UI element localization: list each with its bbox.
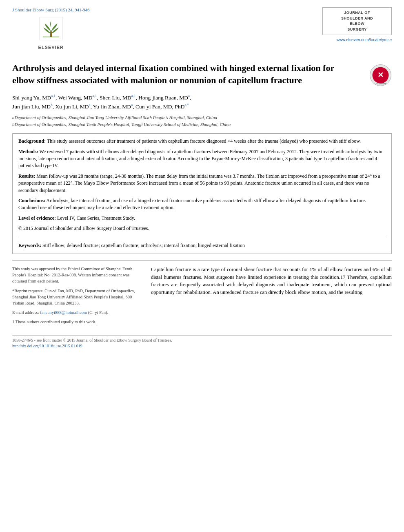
- methods-text: We reviewed 7 patients with stiff elbows…: [18, 149, 382, 169]
- background-label: Background:: [18, 138, 46, 144]
- bottom-section: This study was approved by the Ethical C…: [12, 266, 392, 329]
- journal-website[interactable]: www.elsevier.com/locate/ymse: [336, 38, 392, 42]
- header: J Shoulder Elbow Surg (2015) 24, 941-946: [0, 0, 404, 53]
- affiliations: aDepartment of Orthopaedics, Shanghai Ji…: [12, 114, 392, 128]
- section-divider: [12, 260, 392, 261]
- page-wrapper: J Shoulder Elbow Surg (2015) 24, 941-946: [0, 0, 404, 532]
- conclusions-label: Conclusions:: [18, 198, 45, 203]
- elsevier-text: ELSEVIER: [38, 45, 64, 50]
- title-section: Arthrolysis and delayed internal fixatio…: [12, 62, 392, 86]
- equal-contrib: 1 These authors contributed equally to t…: [12, 319, 143, 325]
- article-title: Arthrolysis and delayed internal fixatio…: [12, 62, 347, 86]
- keywords-text: Stiff elbow; delayed fracture; capitellu…: [41, 243, 245, 248]
- email-attribution: (C.-yi Fan).: [88, 310, 108, 315]
- affiliation-b: bDepartment of Orthopaedics, Shanghai Te…: [12, 121, 392, 128]
- copyright-text: © 2015 Journal of Shoulder and Elbow Sur…: [18, 225, 149, 231]
- methods-label: Methods:: [18, 149, 38, 155]
- ethics-statement: This study was approved by the Ethical C…: [12, 266, 143, 285]
- abstract-divider: [18, 237, 386, 237]
- abstract-background: Background: This study assessed outcomes…: [18, 138, 386, 145]
- elsevier-logo: ELSEVIER: [12, 16, 90, 50]
- background-text: This study assessed outcomes after treat…: [46, 138, 361, 144]
- reprint-info: *Reprint requests: Cun-yi Fan, MD, PhD, …: [12, 288, 143, 307]
- journal-box-title: Journal of Shoulder and Elbow Surgery: [327, 10, 387, 32]
- abstract-keywords: Keywords: Stiff elbow; delayed fracture;…: [18, 242, 386, 249]
- svg-text:✕: ✕: [377, 71, 384, 79]
- keywords-label: Keywords:: [18, 243, 41, 248]
- level-label: Level of evidence:: [18, 215, 56, 221]
- footnotes-column: This study was approved by the Ethical C…: [12, 266, 143, 329]
- abstract-conclusions: Conclusions: Arthrolysis, late internal …: [18, 197, 386, 212]
- email-link[interactable]: fancunyi888@hotmail.com: [40, 310, 87, 315]
- main-content: Arthrolysis and delayed internal fixatio…: [0, 53, 404, 329]
- results-label: Results:: [18, 173, 35, 179]
- abstract-results: Results: Mean follow-up was 28 months (r…: [18, 173, 386, 194]
- header-left: J Shoulder Elbow Surg (2015) 24, 941-946: [12, 7, 90, 50]
- journal-box: Journal of Shoulder and Elbow Surgery: [322, 7, 392, 35]
- abstract-level: Level of evidence: Level IV, Case Series…: [18, 215, 386, 222]
- svg-rect-2: [50, 31, 52, 37]
- authors: Shi-yang Yu, MDa,1, Wei Wang, MDa,1, She…: [12, 93, 392, 111]
- email-label: E-mail address:: [12, 310, 39, 315]
- header-right: Journal of Shoulder and Elbow Surgery ww…: [322, 7, 392, 42]
- level-text: Level IV, Case Series, Treatment Study.: [56, 215, 135, 221]
- email-info: E-mail address: fancunyi888@hotmail.com …: [12, 309, 143, 316]
- affiliation-a: aDepartment of Orthopaedics, Shanghai Ji…: [12, 114, 392, 121]
- elsevier-emblem: [38, 16, 64, 45]
- svg-text:CrossMark: CrossMark: [375, 82, 387, 85]
- crossmark-logo: ✕ CrossMark: [369, 64, 392, 86]
- journal-abbr: J Shoulder Elbow Surg (2015) 24, 941-946: [12, 7, 90, 12]
- abstract-copyright: © 2015 Journal of Shoulder and Elbow Sur…: [18, 225, 386, 232]
- footer-issn: 1058-2746/$ - see front matter © 2015 Jo…: [12, 338, 392, 342]
- abstract-box: Background: This study assessed outcomes…: [12, 133, 392, 254]
- footer-doi[interactable]: http://dx.doi.org/10.1016/j.jse.2015.01.…: [12, 344, 392, 348]
- abstract-methods: Methods: We reviewed 7 patients with sti…: [18, 148, 386, 170]
- article-body: Capitellum fracture is a rare type of co…: [151, 266, 392, 329]
- page-footer: 1058-2746/$ - see front matter © 2015 Jo…: [12, 335, 392, 348]
- article-paragraph-1: Capitellum fracture is a rare type of co…: [151, 266, 392, 296]
- results-text: Mean follow-up was 28 months (range, 24-…: [18, 173, 380, 193]
- conclusions-text: Arthrolysis, late internal fixation, and…: [18, 198, 366, 210]
